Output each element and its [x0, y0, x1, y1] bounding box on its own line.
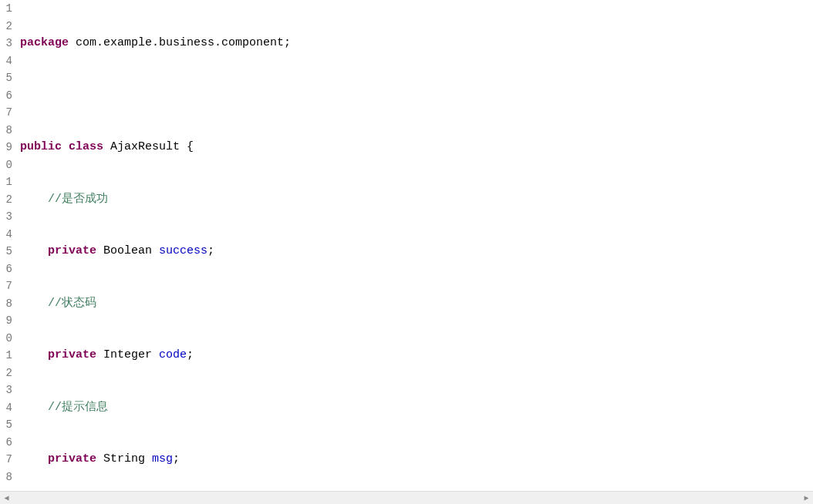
line-num: 9	[0, 312, 12, 330]
line-num: 4	[0, 52, 12, 70]
line-num: 6	[0, 260, 12, 278]
line-num: 2	[0, 18, 12, 35]
line-num: 7	[0, 451, 12, 469]
line-num: 9	[0, 139, 12, 156]
code-line	[15, 87, 813, 105]
line-num: 8	[0, 122, 12, 139]
line-num: 3	[0, 35, 12, 52]
line-num: 5	[0, 243, 12, 260]
code-line: //状态码	[15, 295, 813, 313]
code-line: private String msg;	[15, 451, 813, 469]
line-num: 0	[0, 156, 12, 174]
code-line: //是否成功	[15, 191, 813, 209]
line-num: 7	[0, 104, 12, 122]
line-num: 8	[0, 469, 12, 486]
code-line: package com.example.business.component;	[15, 35, 813, 52]
line-num: 6	[0, 87, 12, 105]
code-line: public class AjaxResult {	[15, 139, 813, 156]
line-num: 5	[0, 69, 12, 87]
line-num: 6	[0, 434, 12, 452]
code-editor[interactable]: 1 2 3 4 5 6 7 8 9 0 1 2 3 4 5 6 7 8 9 0 …	[0, 0, 813, 489]
line-num: 3	[0, 208, 12, 226]
line-num: 4	[0, 226, 12, 244]
code-line: //提示信息	[15, 399, 813, 417]
horizontal-scrollbar[interactable]: ◀ ▶	[0, 491, 813, 504]
line-num: 4	[0, 399, 12, 417]
line-num: 3	[0, 381, 12, 399]
line-num: 1	[0, 347, 12, 365]
code-line: private Boolean success;	[15, 243, 813, 260]
scroll-right-icon[interactable]: ▶	[800, 491, 813, 504]
line-num: 2	[0, 365, 12, 382]
line-num: 8	[0, 295, 12, 313]
line-num: 7	[0, 277, 12, 295]
line-num: 5	[0, 416, 12, 434]
scroll-left-icon[interactable]: ◀	[0, 491, 13, 504]
code-area[interactable]: package com.example.business.component; …	[15, 0, 813, 489]
line-number-gutter: 1 2 3 4 5 6 7 8 9 0 1 2 3 4 5 6 7 8 9 0 …	[0, 0, 15, 489]
line-num: 2	[0, 191, 12, 209]
line-num: 1	[0, 173, 12, 191]
code-line: private Integer code;	[15, 347, 813, 365]
line-num: 1	[0, 0, 12, 18]
line-num: 0	[0, 330, 12, 348]
